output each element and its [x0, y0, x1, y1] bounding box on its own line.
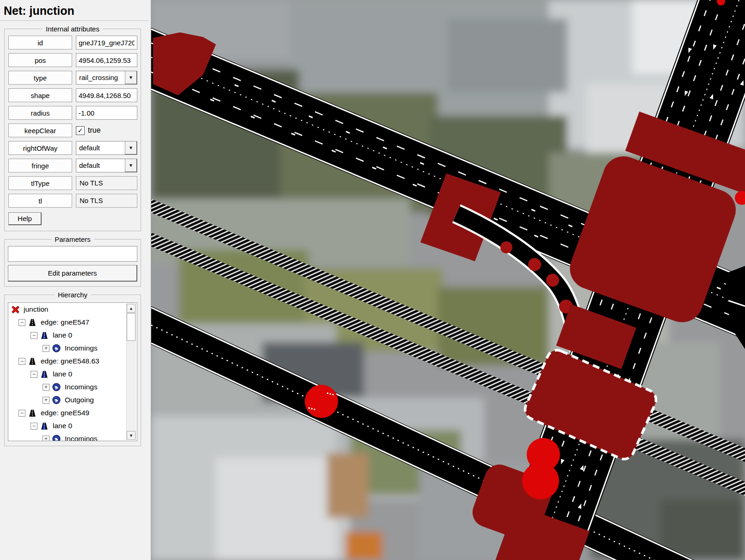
group-title: Parameters — [51, 235, 94, 243]
tltype-value: No TLS — [76, 176, 137, 190]
scrollbar-thumb[interactable] — [127, 313, 135, 341]
tree-item-incomings[interactable]: + Incomings — [8, 432, 137, 441]
mini-junction-dot — [500, 241, 512, 253]
radius-label-button[interactable]: radius — [8, 106, 72, 120]
tree-item-lane[interactable]: − lane 0 — [8, 419, 137, 432]
attr-row-radius: radius — [8, 106, 137, 120]
inspector-panel: Net: junction Internal attributes id pos… — [0, 0, 151, 560]
chevron-down-icon[interactable]: ▼ — [125, 159, 137, 172]
edge-icon — [28, 318, 37, 326]
tree-item-edge[interactable]: − edge: gneE547 — [8, 316, 137, 329]
junction-bubble[interactable] — [522, 462, 559, 499]
attr-row-type: type rail_crossing ▼ — [8, 71, 137, 85]
attr-row-tltype: tlType No TLS — [8, 176, 137, 190]
tl-label-button[interactable]: tl — [8, 194, 72, 208]
lane-icon — [40, 370, 49, 378]
keepclear-label-button[interactable]: keepClear — [8, 123, 72, 137]
collapse-toggle[interactable]: − — [31, 371, 37, 378]
connections-icon — [52, 396, 62, 404]
tltype-label-button[interactable]: tlType — [8, 176, 72, 190]
pos-label-button[interactable]: pos — [8, 53, 72, 67]
id-label-button[interactable]: id — [8, 36, 72, 49]
chevron-down-icon[interactable]: ▼ — [125, 71, 137, 84]
internal-attributes-group: Internal attributes id pos type rail_cro… — [4, 29, 141, 231]
pos-field[interactable] — [76, 53, 137, 67]
keepclear-value: true — [88, 126, 101, 135]
help-button[interactable]: Help — [8, 212, 42, 225]
page-title: Net: junction — [0, 0, 151, 20]
expand-toggle[interactable]: + — [43, 384, 49, 391]
attr-row-rightofway: rightOfWay default ▼ — [8, 141, 137, 155]
mini-junction-dot — [528, 258, 541, 271]
connections-icon — [52, 383, 62, 391]
shape-label-button[interactable]: shape — [8, 88, 72, 102]
tree-item-edge[interactable]: − edge: gneE548.63 — [8, 355, 137, 368]
fringe-label-button[interactable]: fringe — [8, 159, 72, 172]
radius-field[interactable] — [76, 106, 137, 120]
hierarchy-group: Hierarchy junction − edge: gneE547 — [4, 295, 141, 446]
junction-bubble[interactable] — [305, 385, 338, 418]
mini-junction-dot — [546, 274, 559, 287]
expand-toggle[interactable]: + — [43, 436, 49, 442]
type-select[interactable]: rail_crossing ▼ — [76, 71, 137, 85]
netedit-window: Net: junction Internal attributes id pos… — [0, 0, 745, 560]
attr-row-fringe: fringe default ▼ — [8, 159, 137, 172]
lane-icon — [40, 422, 49, 430]
shape-field[interactable] — [76, 88, 137, 102]
tree-item-edge[interactable]: − edge: gneE549 — [8, 406, 137, 419]
connections-icon — [52, 344, 62, 352]
scroll-down-icon[interactable]: ▼ — [127, 431, 135, 440]
network-canvas[interactable] — [151, 0, 745, 560]
type-label-button[interactable]: type — [8, 71, 72, 85]
group-title: Hierarchy — [55, 291, 91, 299]
tree-item-lane[interactable]: − lane 0 — [8, 329, 137, 342]
tree-item-incomings[interactable]: + Incomings — [8, 342, 137, 355]
collapse-toggle[interactable]: − — [18, 358, 25, 365]
rightofway-label-button[interactable]: rightOfWay — [8, 141, 72, 155]
group-title: Internal attributes — [43, 25, 103, 33]
attr-row-shape: shape — [8, 88, 137, 102]
id-field[interactable] — [76, 36, 137, 49]
hierarchy-tree[interactable]: junction − edge: gneE547 − lane 0 — [8, 302, 137, 441]
tree-item-lane[interactable]: − lane 0 — [8, 368, 137, 381]
edge-icon — [28, 357, 37, 365]
collapse-toggle[interactable]: − — [18, 410, 25, 417]
attr-row-tl: tl No TLS — [8, 194, 137, 208]
expand-toggle[interactable]: + — [43, 397, 49, 404]
map-view[interactable] — [151, 0, 745, 560]
fringe-select[interactable]: default ▼ — [76, 159, 137, 172]
junction-icon — [11, 305, 20, 314]
lane-icon — [40, 331, 49, 339]
attr-row-pos: pos — [8, 53, 137, 67]
parameters-input[interactable] — [8, 246, 137, 262]
chevron-down-icon[interactable]: ▼ — [125, 142, 137, 154]
connections-icon — [52, 435, 62, 441]
edit-parameters-button[interactable]: Edit parameters — [8, 265, 137, 282]
attr-row-keepclear: keepClear ✓ true — [8, 123, 137, 137]
expand-toggle[interactable]: + — [43, 345, 49, 352]
edge-icon — [28, 409, 37, 417]
tree-item-incomings[interactable]: + Incomings — [8, 381, 137, 394]
title-separator — [0, 20, 149, 21]
tree-scrollbar[interactable]: ▲ ▼ — [126, 304, 136, 440]
attr-row-id: id — [8, 36, 137, 49]
tree-item-outgoing[interactable]: + Outgoing — [8, 394, 137, 406]
collapse-toggle[interactable]: − — [31, 332, 37, 339]
collapse-toggle[interactable]: − — [18, 319, 25, 326]
keepclear-checkbox[interactable]: ✓ — [76, 126, 85, 135]
scroll-up-icon[interactable]: ▲ — [127, 304, 135, 313]
parameters-group: Parameters Edit parameters — [4, 239, 141, 287]
tree-item-junction[interactable]: junction — [8, 303, 137, 316]
tl-value: No TLS — [76, 194, 137, 208]
collapse-toggle[interactable]: − — [31, 423, 37, 430]
rightofway-select[interactable]: default ▼ — [76, 141, 137, 155]
